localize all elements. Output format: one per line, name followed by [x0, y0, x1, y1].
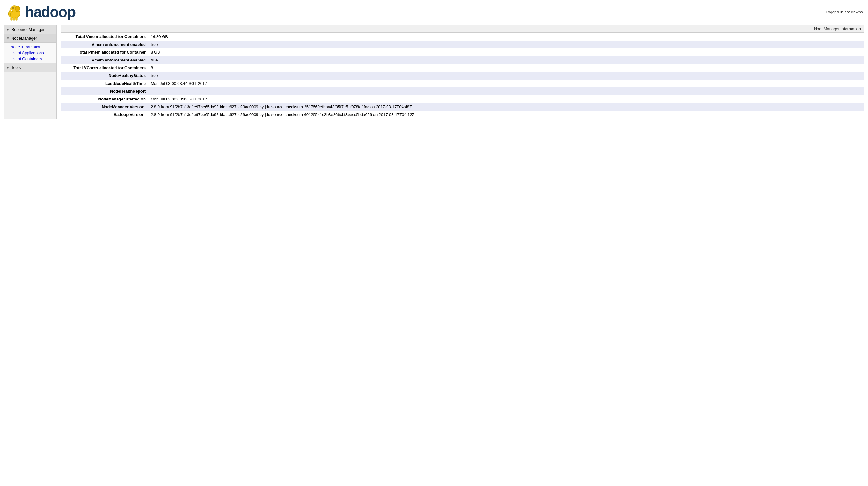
row-value: Mon Jul 03 00:03:44 SGT 2017 [148, 79, 864, 87]
row-label: NodeManager Version: [61, 103, 148, 111]
row-label: Total Vmem allocated for Containers [61, 33, 148, 40]
row-value: Mon Jul 03 00:03:43 SGT 2017 [148, 95, 864, 103]
row-value: 8 GB [148, 48, 864, 56]
resource-manager-label: ResourceManager [11, 27, 44, 32]
table-row: Total Vmem allocated for Containers16.80… [61, 33, 864, 40]
row-value: true [148, 72, 864, 79]
table-row: NodeManager Version:2.8.0 from 91f2b7a13… [61, 103, 864, 111]
table-row: NodeHealthyStatustrue [61, 72, 864, 79]
row-label: Total Pmem allocated for Container [61, 48, 148, 56]
svg-rect-6 [16, 17, 18, 20]
row-value: 8 [148, 64, 864, 72]
row-value: 2.8.0 from 91f2b7a13d1e97be65db92ddabc62… [148, 103, 864, 111]
row-label: Total VCores allocated for Containers [61, 64, 148, 72]
table-row: NodeHealthReport [61, 87, 864, 95]
row-label: Pmem enforcement enabled [61, 56, 148, 64]
app-logo-text: hadoop [25, 3, 75, 21]
row-value: true [148, 40, 864, 48]
page-header: hadoop Logged in as: dr.who [0, 0, 868, 24]
row-label: Hadoop Version: [61, 111, 148, 119]
node-manager-arrow-icon: ▼ [6, 36, 10, 40]
resource-manager-arrow-icon: ► [6, 28, 10, 31]
node-manager-subsection: Node Information List of Applications Li… [4, 43, 57, 63]
sidebar-section-resource-manager[interactable]: ► ResourceManager [4, 25, 57, 34]
row-value: 16.80 GB [148, 33, 864, 40]
row-value [148, 87, 864, 95]
node-manager-label: NodeManager [11, 36, 37, 40]
table-row: NodeManager started onMon Jul 03 00:03:4… [61, 95, 864, 103]
row-label: Vmem enforcement enabled [61, 40, 148, 48]
row-label: LastNodeHealthTime [61, 79, 148, 87]
svg-rect-5 [13, 17, 15, 20]
table-row: LastNodeHealthTimeMon Jul 03 00:03:44 SG… [61, 79, 864, 87]
hadoop-elephant-icon [5, 2, 24, 21]
row-label: NodeHealthyStatus [61, 72, 148, 79]
sidebar-link-list-applications[interactable]: List of Applications [9, 50, 57, 56]
table-row: Total Pmem allocated for Container8 GB [61, 48, 864, 56]
table-row: Total VCores allocated for Containers8 [61, 64, 864, 72]
logo-area: hadoop [5, 2, 75, 21]
sidebar-link-list-containers[interactable]: List of Containers [9, 56, 57, 62]
row-value: 2.8.0 from 91f2b7a13d1e97be65db92ddabc62… [148, 111, 864, 119]
sidebar-section-tools[interactable]: ► Tools [4, 63, 57, 72]
table-row: Vmem enforcement enabledtrue [61, 40, 864, 48]
row-value: true [148, 56, 864, 64]
main-content: NodeManager information Total Vmem alloc… [61, 25, 864, 119]
tools-label: Tools [11, 65, 21, 70]
svg-rect-4 [10, 17, 12, 20]
info-table: Total Vmem allocated for Containers16.80… [61, 33, 864, 119]
row-label: NodeManager started on [61, 95, 148, 103]
table-row: Hadoop Version:2.8.0 from 91f2b7a13d1e97… [61, 111, 864, 119]
row-label: NodeHealthReport [61, 87, 148, 95]
sidebar: ► ResourceManager ▼ NodeManager Node Inf… [4, 25, 57, 119]
sidebar-link-node-information[interactable]: Node Information [9, 44, 57, 50]
svg-point-3 [12, 7, 14, 9]
sidebar-section-node-manager[interactable]: ▼ NodeManager [4, 34, 57, 43]
svg-point-2 [15, 6, 20, 11]
logged-in-text: Logged in as: dr.who [826, 10, 863, 14]
nodemanager-panel: NodeManager information Total Vmem alloc… [61, 25, 864, 119]
table-row: Pmem enforcement enabledtrue [61, 56, 864, 64]
main-layout: ► ResourceManager ▼ NodeManager Node Inf… [0, 25, 868, 119]
panel-title: NodeManager information [61, 25, 864, 33]
tools-arrow-icon: ► [6, 66, 10, 69]
